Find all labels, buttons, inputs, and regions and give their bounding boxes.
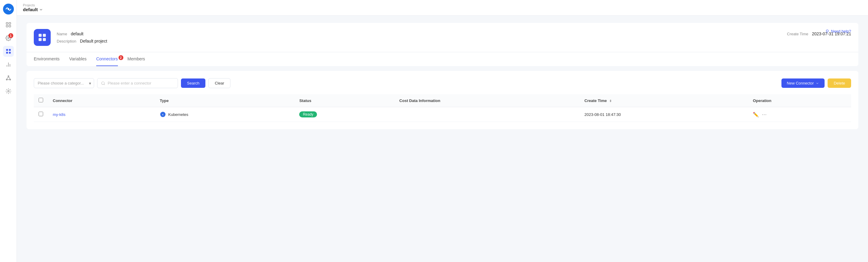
row-connector: my-k8s <box>48 107 155 122</box>
need-help-container: Need help? <box>825 28 851 35</box>
connectors-badge: 2 <box>119 55 123 60</box>
row-create-time: 2023-08-01 18:47:30 <box>580 107 748 122</box>
name-label: Name <box>57 32 67 36</box>
svg-rect-21 <box>39 34 42 37</box>
svg-rect-2 <box>6 23 8 25</box>
connector-col-label: Connector <box>53 98 72 103</box>
project-description-info: Description Default project <box>57 39 851 43</box>
new-connector-button[interactable]: New Connector <box>781 79 825 88</box>
notification-badge: 1 <box>8 33 13 38</box>
project-info: Name default Create Time 2023-07-31 19:0… <box>57 31 851 43</box>
search-input-wrap <box>97 78 178 88</box>
header-type: Type <box>155 94 294 107</box>
status-badge: Ready <box>299 111 317 117</box>
svg-point-14 <box>8 76 9 77</box>
header-status: Status <box>294 94 395 107</box>
tab-members[interactable]: Members <box>128 52 145 66</box>
header-operation: Operation <box>748 94 851 107</box>
row-cost-data <box>395 107 580 122</box>
project-name: default <box>23 7 38 12</box>
svg-text:K: K <box>162 114 164 116</box>
projects-text: Projects <box>23 3 43 7</box>
connectors-table-wrap: Connector Type Status Cost Data Informat… <box>34 94 851 122</box>
table-row: my-k8s K Kubernetes Ready 2023-08-01 18:… <box>34 107 851 122</box>
svg-point-6 <box>7 37 9 39</box>
svg-rect-10 <box>9 52 10 54</box>
header-checkbox <box>34 94 48 107</box>
more-actions-icon[interactable]: ⋯ <box>762 112 767 117</box>
status-col-label: Status <box>299 98 311 103</box>
project-selector[interactable]: default <box>23 7 43 12</box>
search-input[interactable] <box>108 81 174 85</box>
name-value: default <box>71 31 84 36</box>
sidebar-item-grid[interactable] <box>3 19 14 30</box>
connectors-table: Connector Type Status Cost Data Informat… <box>34 94 851 122</box>
row-checkbox[interactable] <box>39 112 43 116</box>
search-icon <box>101 81 105 85</box>
row-type: K Kubernetes <box>155 107 294 122</box>
svg-line-18 <box>8 77 10 79</box>
header-create-time[interactable]: Create Time ⇕ <box>580 94 748 107</box>
project-avatar <box>34 29 51 46</box>
type-col-label: Type <box>160 98 168 103</box>
sort-icon: ⇕ <box>609 99 612 103</box>
main-area: Projects default <box>17 0 868 262</box>
kubernetes-icon: K <box>160 111 166 117</box>
svg-point-1 <box>7 8 9 10</box>
tabs: Environments Variables Connectors 2 Memb… <box>34 52 851 66</box>
svg-line-26 <box>104 84 105 85</box>
category-select[interactable]: Please choose a categor... <box>34 78 94 88</box>
sidebar-item-config[interactable] <box>3 86 14 96</box>
chevron-down-icon <box>39 7 43 12</box>
sidebar-item-settings[interactable]: 1 <box>3 33 14 43</box>
need-help-label: Need help? <box>831 29 851 33</box>
tab-variables[interactable]: Variables <box>69 52 87 66</box>
svg-point-20 <box>7 91 9 92</box>
sidebar: 1 <box>0 0 17 262</box>
tab-connectors[interactable]: Connectors 2 <box>96 52 118 66</box>
project-header: Name default Create Time 2023-07-31 19:0… <box>27 23 858 52</box>
create-time-col-label: Create Time <box>585 98 607 103</box>
sidebar-item-integrations[interactable] <box>3 72 14 83</box>
svg-rect-8 <box>9 49 10 51</box>
tabs-section: Environments Variables Connectors 2 Memb… <box>27 52 858 66</box>
description-value: Default project <box>80 39 107 43</box>
table-header: Connector Type Status Cost Data Informat… <box>34 94 851 107</box>
header-connector: Connector <box>48 94 155 107</box>
connectors-content-card: Please choose a categor... ▾ Search Clea… <box>27 71 858 129</box>
tab-environments-label: Environments <box>34 56 60 61</box>
content-wrap: Name default Create Time 2023-07-31 19:0… <box>17 16 868 262</box>
connector-link[interactable]: my-k8s <box>53 112 65 117</box>
select-all-checkbox[interactable] <box>39 98 43 102</box>
sidebar-item-dashboard[interactable] <box>3 46 14 57</box>
tab-variables-label: Variables <box>69 56 87 61</box>
search-button[interactable]: Search <box>181 79 206 88</box>
cost-data-col-label: Cost Data Information <box>399 98 440 103</box>
logo[interactable] <box>3 4 14 14</box>
edit-icon[interactable]: ✏️ <box>753 112 759 117</box>
row-checkbox-cell <box>34 107 48 122</box>
toolbar: Please choose a categor... ▾ Search Clea… <box>34 78 851 88</box>
category-select-wrapper: Please choose a categor... ▾ <box>34 78 94 88</box>
tab-environments[interactable]: Environments <box>34 52 60 66</box>
svg-rect-24 <box>43 38 46 41</box>
row-operations: ✏️ ⋯ <box>748 107 851 122</box>
svg-line-17 <box>7 77 8 79</box>
svg-rect-22 <box>43 34 46 37</box>
svg-rect-7 <box>6 49 8 51</box>
projects-label: Projects default <box>23 3 43 12</box>
project-section: Name default Create Time 2023-07-31 19:0… <box>27 23 858 66</box>
operation-col-label: Operation <box>753 98 771 103</box>
tab-members-label: Members <box>128 56 145 61</box>
sidebar-item-analytics[interactable] <box>3 59 14 70</box>
svg-rect-5 <box>9 25 10 27</box>
lightbulb-icon <box>825 29 829 33</box>
delete-button[interactable]: Delete <box>828 79 851 88</box>
type-label: Kubernetes <box>168 112 188 117</box>
tab-connectors-label: Connectors <box>96 56 118 61</box>
svg-rect-23 <box>39 38 42 41</box>
app-layout: 1 <box>0 0 868 262</box>
project-name-info: Name default <box>57 31 84 36</box>
clear-button[interactable]: Clear <box>208 78 230 88</box>
need-help-button[interactable]: Need help? <box>825 28 851 35</box>
